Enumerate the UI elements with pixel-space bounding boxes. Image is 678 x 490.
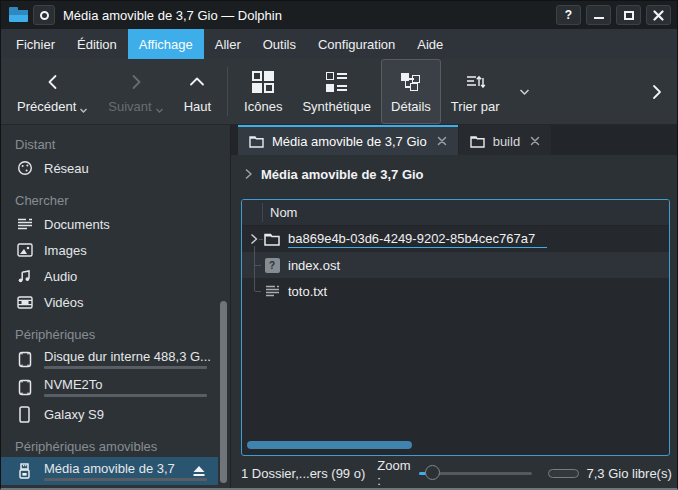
maximize-icon (624, 11, 634, 20)
window-title: Média amovible de 3,7 Gio — Dolphin (63, 8, 551, 23)
column-header[interactable]: Nom (242, 200, 669, 226)
help-button[interactable]: ? (556, 5, 581, 25)
sidebar-item-label: Réseau (44, 161, 89, 176)
minimize-button[interactable] (586, 5, 611, 25)
free-space-bar (548, 469, 579, 478)
titlebar: Média amovible de 3,7 Gio — Dolphin ? (1, 1, 677, 29)
tab-label: Média amovible de 3,7 Gio (272, 134, 427, 149)
file-view: Nom ba869e4b-03d6-4249-9202-85b4cec767a7 (241, 199, 670, 456)
phone-icon (16, 406, 33, 423)
details-view-icon (400, 69, 422, 95)
sidebar-item-label: Galaxy S9 (44, 407, 104, 422)
close-icon (437, 136, 447, 146)
audio-icon (16, 269, 33, 284)
chevron-right-icon[interactable] (244, 168, 253, 180)
tab-close-button[interactable] (530, 136, 540, 146)
maximize-button[interactable] (616, 5, 641, 25)
sidebar-item-disque-dur[interactable]: Disque dur interne 488,3 G... (1, 345, 230, 373)
sort-by-dropdown[interactable] (509, 59, 540, 124)
up-icon (188, 69, 206, 95)
tab-build[interactable]: build (459, 125, 551, 155)
menu-fichier[interactable]: Fichier (5, 29, 66, 59)
file-name[interactable]: toto.txt (288, 284, 327, 299)
eject-button[interactable] (192, 465, 206, 477)
horizontal-scrollbar[interactable] (247, 441, 412, 449)
toolbar-overflow-button[interactable] (643, 59, 671, 124)
expand-chevron-icon[interactable] (247, 231, 261, 247)
icons-view-button[interactable]: Icônes (234, 59, 292, 124)
file-row-folder[interactable]: ba869e4b-03d6-4249-9202-85b4cec767a7 (242, 226, 669, 252)
file-row-index-ost[interactable]: ? index.ost (242, 252, 669, 278)
column-name[interactable]: Nom (270, 205, 297, 220)
breadcrumb: Média amovible de 3,7 Gio (231, 155, 677, 193)
circle-icon (40, 11, 49, 20)
videos-icon (16, 296, 33, 309)
folder-icon (249, 135, 264, 148)
sidebar-item-label: Média amovible de 3,7 ... (44, 461, 177, 476)
breadcrumb-location[interactable]: Média amovible de 3,7 Gio (261, 167, 424, 182)
back-button[interactable]: Précédent (7, 59, 98, 124)
tab-bar: Média amovible de 3,7 Gio build (231, 125, 677, 155)
compact-view-icon (326, 69, 347, 95)
file-name[interactable]: ba869e4b-03d6-4249-9202-85b4cec767a7 (288, 231, 547, 248)
compact-view-button[interactable]: Synthétique (292, 59, 381, 124)
free-space-label: 7,3 Gio libre(s) (587, 466, 672, 481)
toolbar-separator (227, 67, 228, 116)
menu-aide[interactable]: Aide (406, 29, 454, 59)
sidebar-item-nvme2to[interactable]: NVME2To (1, 373, 230, 401)
sidebar-item-label: Vidéos (44, 295, 84, 310)
tab-media-amovible[interactable]: Média amovible de 3,7 Gio (238, 125, 458, 155)
menu-outils[interactable]: Outils (252, 29, 307, 59)
file-row-toto-txt[interactable]: toto.txt (242, 278, 669, 304)
disk-usage-bar (44, 478, 207, 481)
zoom-slider-handle[interactable] (425, 465, 440, 480)
eject-icon (192, 465, 206, 477)
forward-icon (127, 69, 145, 95)
chevron-right-icon (651, 84, 663, 100)
sidebar-item-galaxy-s9[interactable]: Galaxy S9 (1, 401, 230, 427)
dolphin-window: Média amovible de 3,7 Gio — Dolphin ? Fi… (0, 0, 678, 490)
status-bar: 1 Dossier,...ers (99 o) Zoom : 7,3 Gio l… (231, 458, 677, 488)
sidebar-item-reseau[interactable]: Réseau (1, 155, 230, 181)
unknown-file-icon: ? (264, 257, 280, 273)
sidebar-item-label: NVME2To (44, 377, 218, 392)
documents-icon (16, 217, 33, 231)
sidebar-scrollbar[interactable] (220, 301, 227, 483)
forward-button[interactable]: Suivant (98, 59, 173, 124)
file-name[interactable]: index.ost (288, 258, 340, 273)
tab-close-button[interactable] (437, 136, 447, 146)
zoom-slider[interactable] (419, 464, 532, 482)
network-icon (16, 160, 33, 176)
menubar: Fichier Édition Affichage Aller Outils C… (1, 29, 677, 59)
section-distant: Distant (1, 133, 230, 155)
sidebar-item-images[interactable]: Images (1, 237, 230, 263)
tab-label: build (493, 134, 520, 149)
menu-edition[interactable]: Édition (66, 29, 128, 59)
help-icon: ? (565, 8, 572, 22)
sidebar-item-documents[interactable]: Documents (1, 211, 230, 237)
sidebar-item-media-amovible[interactable]: Média amovible de 3,7 ... (1, 457, 218, 485)
sort-by-button[interactable]: Trier par (441, 59, 510, 124)
menu-configuration[interactable]: Configuration (307, 29, 406, 59)
window-icon-button[interactable] (33, 5, 55, 25)
close-icon (653, 10, 664, 21)
zoom-label: Zoom : (377, 458, 410, 488)
toolbar: Précédent Suivant Haut Icônes (1, 59, 677, 125)
menu-aller[interactable]: Aller (204, 29, 252, 59)
sidebar-item-label: Disque dur interne 488,3 G... (44, 349, 218, 364)
minimize-icon (594, 17, 604, 20)
disk-usage-bar (44, 366, 207, 369)
details-view-button[interactable]: Détails (381, 59, 441, 124)
hard-drive-icon (16, 351, 33, 368)
chevron-down-icon (79, 107, 88, 114)
sort-icon (464, 69, 486, 95)
menu-affichage[interactable]: Affichage (128, 29, 204, 59)
status-summary: 1 Dossier,...ers (99 o) (241, 466, 365, 481)
close-button[interactable] (646, 5, 671, 25)
sidebar-item-label: Audio (44, 269, 77, 284)
sidebar-item-audio[interactable]: Audio (1, 263, 230, 289)
up-button[interactable]: Haut (174, 59, 221, 124)
sidebar-item-videos[interactable]: Vidéos (1, 289, 230, 315)
hard-drive-icon (16, 379, 33, 396)
images-icon (16, 243, 33, 257)
